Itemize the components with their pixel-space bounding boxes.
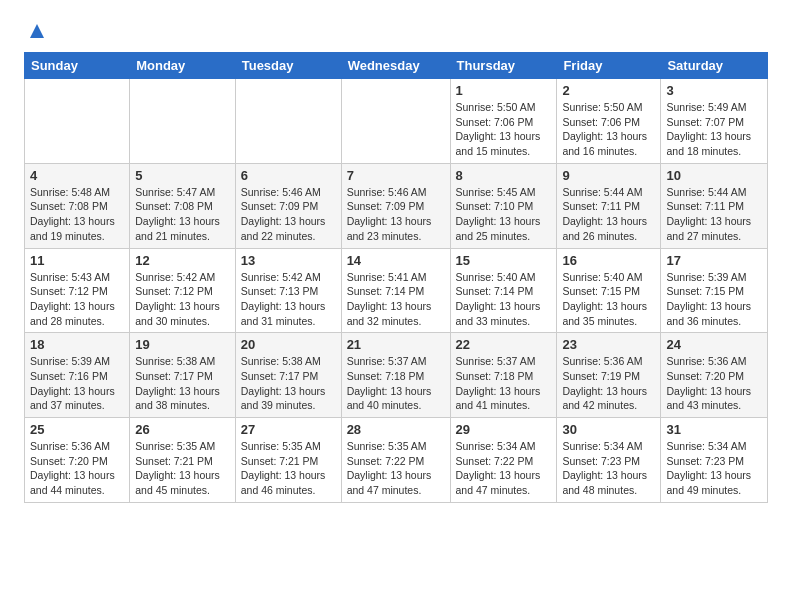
day-info: Sunrise: 5:34 AM Sunset: 7:23 PM Dayligh… — [562, 439, 655, 498]
day-number: 7 — [347, 168, 445, 183]
day-info: Sunrise: 5:40 AM Sunset: 7:14 PM Dayligh… — [456, 270, 552, 329]
day-number: 8 — [456, 168, 552, 183]
calendar-day-cell: 22Sunrise: 5:37 AM Sunset: 7:18 PM Dayli… — [450, 333, 557, 418]
weekday-header: Friday — [557, 53, 661, 79]
day-number: 22 — [456, 337, 552, 352]
day-info: Sunrise: 5:44 AM Sunset: 7:11 PM Dayligh… — [666, 185, 762, 244]
calendar-day-cell: 31Sunrise: 5:34 AM Sunset: 7:23 PM Dayli… — [661, 418, 768, 503]
day-number: 20 — [241, 337, 336, 352]
day-info: Sunrise: 5:34 AM Sunset: 7:23 PM Dayligh… — [666, 439, 762, 498]
calendar-day-cell: 21Sunrise: 5:37 AM Sunset: 7:18 PM Dayli… — [341, 333, 450, 418]
day-info: Sunrise: 5:36 AM Sunset: 7:20 PM Dayligh… — [666, 354, 762, 413]
day-info: Sunrise: 5:46 AM Sunset: 7:09 PM Dayligh… — [347, 185, 445, 244]
day-info: Sunrise: 5:38 AM Sunset: 7:17 PM Dayligh… — [241, 354, 336, 413]
calendar-day-cell: 10Sunrise: 5:44 AM Sunset: 7:11 PM Dayli… — [661, 163, 768, 248]
calendar-day-cell: 20Sunrise: 5:38 AM Sunset: 7:17 PM Dayli… — [235, 333, 341, 418]
day-info: Sunrise: 5:37 AM Sunset: 7:18 PM Dayligh… — [456, 354, 552, 413]
calendar-day-cell: 11Sunrise: 5:43 AM Sunset: 7:12 PM Dayli… — [25, 248, 130, 333]
day-info: Sunrise: 5:37 AM Sunset: 7:18 PM Dayligh… — [347, 354, 445, 413]
day-info: Sunrise: 5:44 AM Sunset: 7:11 PM Dayligh… — [562, 185, 655, 244]
day-number: 17 — [666, 253, 762, 268]
day-info: Sunrise: 5:47 AM Sunset: 7:08 PM Dayligh… — [135, 185, 230, 244]
calendar-day-cell: 12Sunrise: 5:42 AM Sunset: 7:12 PM Dayli… — [130, 248, 236, 333]
calendar-day-cell: 23Sunrise: 5:36 AM Sunset: 7:19 PM Dayli… — [557, 333, 661, 418]
day-info: Sunrise: 5:48 AM Sunset: 7:08 PM Dayligh… — [30, 185, 124, 244]
day-number: 11 — [30, 253, 124, 268]
day-info: Sunrise: 5:39 AM Sunset: 7:16 PM Dayligh… — [30, 354, 124, 413]
day-info: Sunrise: 5:35 AM Sunset: 7:21 PM Dayligh… — [241, 439, 336, 498]
calendar-day-cell: 26Sunrise: 5:35 AM Sunset: 7:21 PM Dayli… — [130, 418, 236, 503]
day-info: Sunrise: 5:38 AM Sunset: 7:17 PM Dayligh… — [135, 354, 230, 413]
header-row: SundayMondayTuesdayWednesdayThursdayFrid… — [25, 53, 768, 79]
day-info: Sunrise: 5:49 AM Sunset: 7:07 PM Dayligh… — [666, 100, 762, 159]
day-info: Sunrise: 5:35 AM Sunset: 7:21 PM Dayligh… — [135, 439, 230, 498]
day-number: 15 — [456, 253, 552, 268]
day-number: 1 — [456, 83, 552, 98]
weekday-header: Thursday — [450, 53, 557, 79]
calendar-day-cell: 15Sunrise: 5:40 AM Sunset: 7:14 PM Dayli… — [450, 248, 557, 333]
day-number: 24 — [666, 337, 762, 352]
day-info: Sunrise: 5:40 AM Sunset: 7:15 PM Dayligh… — [562, 270, 655, 329]
calendar-day-cell: 28Sunrise: 5:35 AM Sunset: 7:22 PM Dayli… — [341, 418, 450, 503]
day-info: Sunrise: 5:35 AM Sunset: 7:22 PM Dayligh… — [347, 439, 445, 498]
calendar-day-cell: 17Sunrise: 5:39 AM Sunset: 7:15 PM Dayli… — [661, 248, 768, 333]
day-number: 3 — [666, 83, 762, 98]
day-number: 9 — [562, 168, 655, 183]
calendar-day-cell: 19Sunrise: 5:38 AM Sunset: 7:17 PM Dayli… — [130, 333, 236, 418]
day-number: 16 — [562, 253, 655, 268]
day-number: 6 — [241, 168, 336, 183]
weekday-header: Monday — [130, 53, 236, 79]
calendar-week-row: 11Sunrise: 5:43 AM Sunset: 7:12 PM Dayli… — [25, 248, 768, 333]
day-info: Sunrise: 5:50 AM Sunset: 7:06 PM Dayligh… — [456, 100, 552, 159]
calendar-day-cell: 7Sunrise: 5:46 AM Sunset: 7:09 PM Daylig… — [341, 163, 450, 248]
calendar-week-row: 4Sunrise: 5:48 AM Sunset: 7:08 PM Daylig… — [25, 163, 768, 248]
calendar-day-cell: 9Sunrise: 5:44 AM Sunset: 7:11 PM Daylig… — [557, 163, 661, 248]
calendar-day-cell: 3Sunrise: 5:49 AM Sunset: 7:07 PM Daylig… — [661, 79, 768, 164]
day-number: 25 — [30, 422, 124, 437]
day-info: Sunrise: 5:50 AM Sunset: 7:06 PM Dayligh… — [562, 100, 655, 159]
calendar-day-cell — [25, 79, 130, 164]
day-info: Sunrise: 5:39 AM Sunset: 7:15 PM Dayligh… — [666, 270, 762, 329]
header — [24, 20, 768, 42]
day-info: Sunrise: 5:45 AM Sunset: 7:10 PM Dayligh… — [456, 185, 552, 244]
day-number: 18 — [30, 337, 124, 352]
weekday-header: Sunday — [25, 53, 130, 79]
calendar-day-cell: 5Sunrise: 5:47 AM Sunset: 7:08 PM Daylig… — [130, 163, 236, 248]
day-number: 19 — [135, 337, 230, 352]
calendar-day-cell: 24Sunrise: 5:36 AM Sunset: 7:20 PM Dayli… — [661, 333, 768, 418]
day-number: 2 — [562, 83, 655, 98]
calendar-day-cell: 29Sunrise: 5:34 AM Sunset: 7:22 PM Dayli… — [450, 418, 557, 503]
day-number: 29 — [456, 422, 552, 437]
calendar-day-cell: 18Sunrise: 5:39 AM Sunset: 7:16 PM Dayli… — [25, 333, 130, 418]
day-number: 10 — [666, 168, 762, 183]
day-info: Sunrise: 5:43 AM Sunset: 7:12 PM Dayligh… — [30, 270, 124, 329]
calendar-day-cell: 13Sunrise: 5:42 AM Sunset: 7:13 PM Dayli… — [235, 248, 341, 333]
calendar-day-cell: 30Sunrise: 5:34 AM Sunset: 7:23 PM Dayli… — [557, 418, 661, 503]
day-number: 12 — [135, 253, 230, 268]
page: SundayMondayTuesdayWednesdayThursdayFrid… — [0, 0, 792, 523]
day-number: 26 — [135, 422, 230, 437]
calendar-body: 1Sunrise: 5:50 AM Sunset: 7:06 PM Daylig… — [25, 79, 768, 503]
calendar-week-row: 18Sunrise: 5:39 AM Sunset: 7:16 PM Dayli… — [25, 333, 768, 418]
day-number: 28 — [347, 422, 445, 437]
calendar-day-cell: 4Sunrise: 5:48 AM Sunset: 7:08 PM Daylig… — [25, 163, 130, 248]
day-info: Sunrise: 5:34 AM Sunset: 7:22 PM Dayligh… — [456, 439, 552, 498]
day-number: 23 — [562, 337, 655, 352]
calendar-day-cell: 1Sunrise: 5:50 AM Sunset: 7:06 PM Daylig… — [450, 79, 557, 164]
calendar-day-cell: 6Sunrise: 5:46 AM Sunset: 7:09 PM Daylig… — [235, 163, 341, 248]
logo-icon — [26, 20, 48, 42]
day-number: 21 — [347, 337, 445, 352]
calendar-week-row: 25Sunrise: 5:36 AM Sunset: 7:20 PM Dayli… — [25, 418, 768, 503]
day-number: 27 — [241, 422, 336, 437]
logo — [24, 20, 48, 42]
calendar-header: SundayMondayTuesdayWednesdayThursdayFrid… — [25, 53, 768, 79]
day-info: Sunrise: 5:46 AM Sunset: 7:09 PM Dayligh… — [241, 185, 336, 244]
day-info: Sunrise: 5:36 AM Sunset: 7:20 PM Dayligh… — [30, 439, 124, 498]
day-info: Sunrise: 5:41 AM Sunset: 7:14 PM Dayligh… — [347, 270, 445, 329]
calendar-day-cell: 2Sunrise: 5:50 AM Sunset: 7:06 PM Daylig… — [557, 79, 661, 164]
weekday-header: Tuesday — [235, 53, 341, 79]
calendar-day-cell: 8Sunrise: 5:45 AM Sunset: 7:10 PM Daylig… — [450, 163, 557, 248]
day-number: 30 — [562, 422, 655, 437]
calendar-table: SundayMondayTuesdayWednesdayThursdayFrid… — [24, 52, 768, 503]
day-info: Sunrise: 5:42 AM Sunset: 7:12 PM Dayligh… — [135, 270, 230, 329]
